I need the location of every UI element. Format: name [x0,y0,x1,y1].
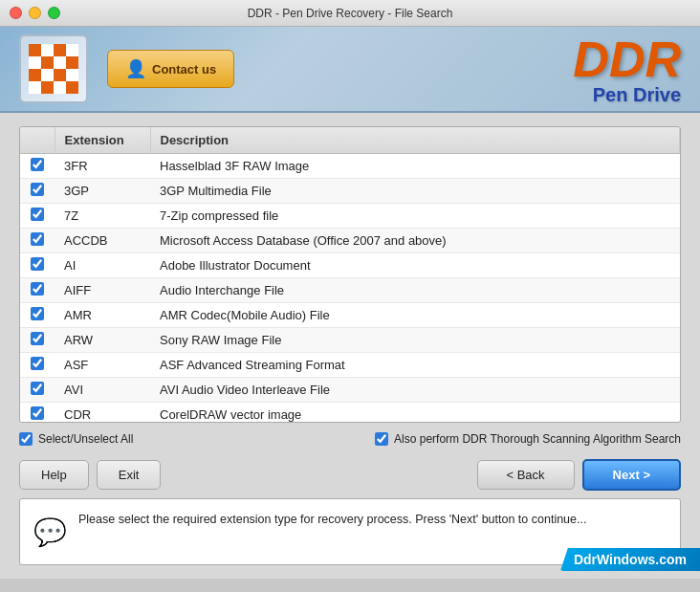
table-row: 7Z 7-Zip compressed file [20,204,680,229]
row-checkbox[interactable] [31,357,44,370]
table-row: ARW Sony RAW Image File [20,328,680,353]
row-description: CorelDRAW vector image [150,403,680,424]
bottom-controls: Select/Unselect All Also perform DDR Tho… [19,423,681,453]
next-button[interactable]: Next > [582,459,681,491]
file-table-container[interactable]: Extension Description 3FR Hasselblad 3F … [19,126,681,423]
exit-button[interactable]: Exit [97,460,162,490]
row-checkbox-cell[interactable] [20,353,55,378]
contact-button[interactable]: 👤 Contact us [107,50,234,88]
row-checkbox[interactable] [31,183,44,196]
row-description: Hasselblad 3F RAW Image [150,154,680,179]
app-logo-box [19,34,88,103]
row-checkbox[interactable] [31,332,44,345]
row-checkbox-cell[interactable] [20,154,55,179]
svg-rect-7 [41,81,54,94]
row-checkbox[interactable] [31,282,44,296]
row-description: Audio Interchange File [150,278,680,303]
row-checkbox[interactable] [31,406,44,420]
row-extension: 3FR [55,154,150,179]
row-extension: 7Z [55,204,150,229]
row-description: 3GP Multimedia File [150,179,680,204]
row-checkbox-cell[interactable] [20,403,55,424]
row-extension: 3GP [55,179,150,204]
table-row: CDR CorelDRAW vector image [20,403,680,424]
table-row: AI Adobe Illustrator Document [20,253,680,278]
title-bar: DDR - Pen Drive Recovery - File Search [0,0,700,27]
help-button[interactable]: Help [19,460,89,490]
brand-ddr-text: DDR [573,34,681,84]
contact-button-label: Contact us [152,62,216,77]
row-description: Microsoft Access Database (Office 2007 a… [150,229,680,253]
row-checkbox-cell[interactable] [20,253,55,278]
row-checkbox-cell[interactable] [20,179,55,204]
row-extension: ASF [55,353,150,378]
contact-icon: 👤 [125,58,146,79]
back-button[interactable]: < Back [477,460,575,490]
row-extension: AI [55,253,150,278]
row-extension: CDR [55,403,150,424]
row-checkbox-cell[interactable] [20,278,55,303]
info-text: Please select the required extension typ… [78,511,586,529]
row-extension: AVI [55,378,150,403]
thorough-scan-area: Also perform DDR Thorough Scanning Algor… [375,432,681,446]
table-body: 3FR Hasselblad 3F RAW Image 3GP 3GP Mult… [20,154,680,424]
table-header: Extension Description [20,127,680,154]
row-checkbox[interactable] [31,382,44,395]
select-all-area: Select/Unselect All [19,432,375,446]
thorough-scan-checkbox[interactable] [375,432,388,446]
svg-rect-8 [66,81,78,94]
row-checkbox[interactable] [31,208,44,221]
row-description: Adobe Illustrator Document [150,253,680,278]
app-logo-icon [29,44,78,94]
row-checkbox-cell[interactable] [20,328,55,353]
svg-rect-6 [54,69,66,81]
window-controls[interactable] [10,7,60,19]
close-button[interactable] [10,7,22,19]
maximize-button[interactable] [48,7,60,19]
table-row: 3GP 3GP Multimedia File [20,179,680,204]
row-checkbox-cell[interactable] [20,204,55,229]
col-checkbox [20,127,55,154]
thorough-label: Also perform DDR Thorough Scanning Algor… [394,432,681,446]
table-row: ASF ASF Advanced Streaming Format [20,353,680,378]
select-all-label: Select/Unselect All [38,432,133,446]
buttons-row: Help Exit < Back Next > [19,453,681,498]
info-icon: 💬 [33,513,67,553]
svg-rect-4 [66,56,78,69]
col-extension: Extension [55,127,150,154]
row-description: AMR Codec(Mobile Audio) File [150,303,680,328]
col-description: Description [150,127,680,154]
svg-rect-1 [29,44,41,56]
footer-watermark: DdrWindows.com [560,548,700,571]
svg-rect-3 [41,56,54,69]
row-description: ASF Advanced Streaming Format [150,353,680,378]
row-extension: AIFF [55,278,150,303]
row-checkbox[interactable] [31,158,44,171]
row-checkbox[interactable] [31,232,44,246]
row-checkbox-cell[interactable] [20,303,55,328]
row-description: 7-Zip compressed file [150,204,680,229]
file-table: Extension Description 3FR Hasselblad 3F … [20,127,680,423]
row-description: Sony RAW Image File [150,328,680,353]
select-all-checkbox[interactable] [19,432,33,446]
row-checkbox-cell[interactable] [20,229,55,253]
main-wrapper: Extension Description 3FR Hasselblad 3F … [0,113,700,579]
row-checkbox-cell[interactable] [20,378,55,403]
main-content: Extension Description 3FR Hasselblad 3F … [0,113,700,579]
window-title: DDR - Pen Drive Recovery - File Search [248,7,453,20]
table-row: AMR AMR Codec(Mobile Audio) File [20,303,680,328]
table-row: AVI AVI Audio Video Interleave File [20,378,680,403]
row-checkbox[interactable] [31,307,44,320]
row-extension: ACCDB [55,229,150,253]
minimize-button[interactable] [29,7,41,19]
svg-rect-2 [54,44,66,56]
app-header: 👤 Contact us DDR Pen Drive [0,27,700,113]
table-row: ACCDB Microsoft Access Database (Office … [20,229,680,253]
row-checkbox[interactable] [31,257,44,271]
brand-sub-text: Pen Drive [573,84,681,106]
row-extension: ARW [55,328,150,353]
row-extension: AMR [55,303,150,328]
row-description: AVI Audio Video Interleave File [150,378,680,403]
brand-area: DDR Pen Drive [573,34,681,106]
svg-rect-5 [29,69,41,81]
